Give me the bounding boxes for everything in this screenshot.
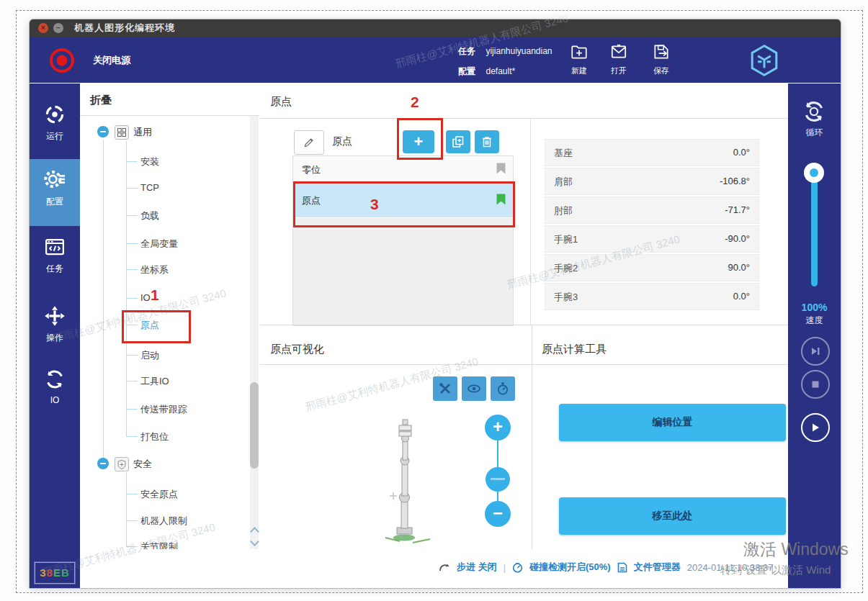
brand-logo-icon	[748, 44, 780, 77]
config-row: 配置 default*	[458, 64, 515, 78]
new-task-button[interactable]: 新建	[560, 42, 599, 76]
joint-row-wrist2: 手腕290.0°	[545, 254, 759, 281]
plus-icon: +	[493, 417, 503, 436]
io-cycle-icon	[44, 369, 66, 390]
tree-item-global-vars[interactable]: 全局变量	[80, 235, 250, 252]
tree-group-safety[interactable]: 安全	[80, 455, 250, 472]
collision-icon	[512, 562, 523, 573]
stop-button[interactable]	[801, 370, 830, 399]
collapse-expander-icon[interactable]	[97, 126, 109, 137]
sidebar-item-io[interactable]: IO	[30, 369, 80, 405]
tree-item-robot-limits[interactable]: 机器人限制	[80, 512, 250, 529]
app-window: × − 机器人图形化编程环境 关闭电源 任务 yijianhuiyuandian…	[29, 19, 841, 589]
power-label[interactable]: 关闭电源	[93, 54, 130, 67]
power-icon[interactable]	[47, 45, 77, 76]
speed-slider-track[interactable]	[811, 175, 818, 286]
divider	[260, 118, 788, 119]
task-label: 任务	[458, 46, 475, 56]
save-label: 保存	[642, 65, 681, 76]
loop-label: 循环	[788, 127, 841, 139]
bookmark-gray-icon[interactable]	[496, 163, 506, 176]
viz-visibility-button[interactable]	[462, 376, 486, 401]
step-end-button[interactable]	[801, 337, 830, 366]
edit-position-button[interactable]: 编辑位置	[559, 404, 786, 441]
tree-collapse-header[interactable]: 折叠	[90, 94, 112, 107]
config-label: 配置	[458, 66, 475, 76]
sidebar-label-config: 配置	[30, 196, 80, 208]
speed-value: 100%	[788, 302, 841, 313]
viz-tools-button[interactable]	[433, 376, 457, 401]
code-char: 8	[47, 566, 53, 579]
safety-shield-icon	[115, 457, 129, 471]
tree-item-tcp[interactable]: TCP	[80, 179, 250, 196]
annotation-number-2: 2	[411, 94, 419, 111]
sidebar-item-task[interactable]: 任务	[30, 236, 80, 275]
tree-item-safe-home[interactable]: 安全原点	[80, 485, 250, 502]
step-mode-icon	[439, 562, 450, 572]
code-char: E	[53, 566, 61, 579]
speed-label: 速度	[788, 315, 841, 327]
collapse-expander-icon[interactable]	[97, 458, 109, 469]
run-icon	[44, 104, 66, 125]
tree-item-coord-system[interactable]: 坐标系	[80, 261, 250, 278]
collision-status[interactable]: 碰撞检测开启(50%)	[529, 561, 611, 574]
joint-value-table: 基座0.0° 肩部-106.8° 肘部-71.7° 手腕1-90.0° 手腕29…	[545, 139, 759, 312]
duplicate-home-button[interactable]	[446, 130, 470, 153]
window-title: 机器人图形化编程环境	[74, 19, 175, 37]
tree-item-startup[interactable]: 启动	[80, 346, 250, 363]
sidebar-item-run[interactable]: 运行	[30, 104, 80, 143]
general-grid-icon	[115, 125, 129, 140]
activate-windows-watermark: 激活 Windows	[743, 538, 849, 561]
joint-row-base: 基座0.0°	[545, 139, 759, 166]
sidebar-label-io: IO	[30, 395, 80, 405]
open-task-button[interactable]: 打开	[599, 42, 638, 76]
trash-icon	[480, 135, 493, 148]
tree-item-conveyor[interactable]: 传送带跟踪	[80, 400, 250, 417]
new-folder-icon	[570, 42, 589, 61]
sidebar-item-config[interactable]: 配置	[30, 168, 80, 208]
rename-home-button[interactable]	[294, 130, 324, 155]
annotation-box-1	[122, 310, 191, 343]
zoom-in-button[interactable]: +	[485, 415, 511, 440]
code-char: 3	[40, 566, 46, 579]
step-status[interactable]: 步进 关闭	[457, 561, 497, 574]
list-item-zero[interactable]: 零位	[293, 156, 513, 184]
window-close-button[interactable]: ×	[38, 23, 48, 33]
code-char: B	[61, 566, 70, 579]
joint-row-wrist3: 手腕30.0°	[545, 283, 759, 310]
annotation-box-2	[397, 118, 443, 160]
viz-reset-view-button[interactable]	[491, 376, 515, 401]
delete-home-button[interactable]	[475, 130, 499, 153]
file-manager-link[interactable]: 文件管理器	[634, 561, 681, 574]
tree-item-io[interactable]: IO	[80, 289, 250, 307]
save-task-button[interactable]: 保存	[642, 42, 681, 76]
divider	[532, 325, 532, 549]
stopwatch-icon	[496, 381, 510, 396]
loop-icon[interactable]	[802, 99, 826, 124]
move-here-button[interactable]: 移至此处	[559, 497, 786, 535]
tree-scrollbar-track[interactable]	[250, 116, 259, 549]
tree-group-general[interactable]: 通用	[80, 123, 250, 140]
new-label: 新建	[560, 65, 599, 76]
window-minimize-button[interactable]: −	[53, 23, 63, 33]
play-button[interactable]	[801, 413, 830, 442]
tree-item-packing[interactable]: 打包位	[80, 428, 250, 445]
tools-panel-title: 原点计算工具	[542, 343, 607, 356]
robot-3d-view[interactable]	[368, 411, 455, 548]
open-label: 打开	[599, 65, 638, 76]
viz-panel-title: 原点可视化	[270, 343, 324, 356]
sidebar-item-operate[interactable]: 操作	[30, 305, 80, 344]
tree-item-payload[interactable]: 负载	[80, 207, 250, 224]
jog-arrows-icon	[44, 305, 66, 327]
tree-scrollbar-thumb[interactable]	[250, 382, 259, 469]
save-icon	[652, 42, 671, 61]
zoom-slider-knob[interactable]	[486, 467, 510, 492]
sidebar-label-task: 任务	[30, 263, 80, 275]
speed-slider-knob[interactable]	[804, 163, 824, 183]
divider	[80, 115, 259, 116]
annotation-number-1: 1	[151, 286, 159, 304]
zoom-out-button[interactable]: −	[485, 501, 511, 527]
tree-item-install[interactable]: 安装	[80, 153, 250, 170]
tree-item-tool-io[interactable]: 工具IO	[80, 372, 250, 389]
crossed-tools-icon	[438, 381, 452, 396]
